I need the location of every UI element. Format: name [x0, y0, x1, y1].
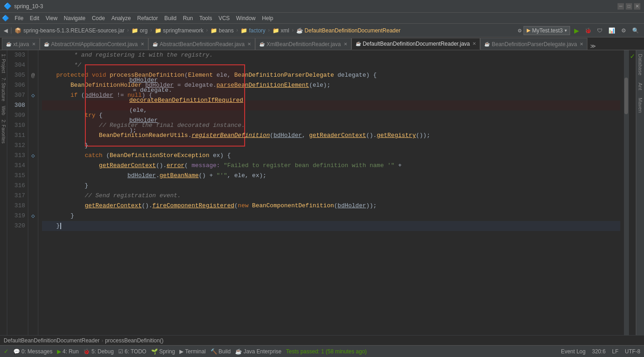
menu-view[interactable]: View: [43, 14, 60, 22]
left-panel-project[interactable]: 1: Project: [0, 52, 7, 75]
menu-help[interactable]: Help: [259, 14, 276, 22]
tab-close-abstractbean[interactable]: ✕: [247, 42, 251, 47]
menu-code[interactable]: Code: [89, 14, 108, 22]
left-panel-favorites[interactable]: 2: Favorites: [0, 118, 7, 145]
maximize-button[interactable]: □: [626, 3, 632, 10]
code-311-utils: BeanDefinitionReaderUtils: [99, 131, 188, 141]
footer-class[interactable]: DefaultBeanDefinitionDocumentReader: [4, 337, 99, 344]
code-318-bdholder: bdHolder: [338, 201, 366, 211]
code-content[interactable]: * and registering it with the registry. …: [38, 50, 624, 335]
panel-ant[interactable]: Ant: [637, 79, 644, 94]
scrollbar-thumb[interactable]: [624, 78, 628, 114]
code-313-catch: catch: [85, 151, 106, 161]
code-305-indent: [42, 70, 56, 80]
tab-label-defaultbean: DefaultBeanDefinitionDocumentReader.java: [363, 41, 470, 47]
tab-abstractxml[interactable]: ☕ AbstractXmlApplicationContext.java ✕: [40, 38, 148, 50]
left-panel-web[interactable]: Web: [0, 104, 7, 117]
tab-close-abstractxml[interactable]: ✕: [141, 42, 144, 47]
status-encoding[interactable]: UTF-8: [625, 348, 640, 355]
gutter-307: ◇: [29, 90, 37, 100]
tabs-overflow[interactable]: ≫: [587, 43, 599, 50]
status-todo[interactable]: ☑ 6: TODO: [118, 348, 147, 355]
status-build[interactable]: 🔨 Build: [210, 348, 231, 355]
code-306-indent: [42, 80, 70, 90]
code-315-parens: () +: [199, 171, 216, 181]
menu-run[interactable]: Run: [180, 14, 196, 22]
line-311: 311: [9, 131, 25, 141]
menu-navigate[interactable]: Navigate: [61, 14, 88, 22]
nav-class[interactable]: ☕ DefaultBeanDefinitionDocumentReader: [296, 27, 400, 34]
panel-maven[interactable]: Maven: [637, 94, 644, 116]
status-debug[interactable]: 🐞 5: Debug: [83, 348, 114, 355]
menu-bar: 🔷 File Edit View Navigate Code Analyze R…: [0, 13, 644, 24]
nav-springframework[interactable]: 📁 springframework: [155, 27, 204, 34]
search-button[interactable]: 🔍: [630, 26, 640, 36]
nav-jar[interactable]: 📦: [15, 27, 21, 34]
title-bar-controls[interactable]: ─ □ ✕: [618, 3, 640, 10]
code-318-new: (: [234, 201, 238, 211]
run-config-name[interactable]: MyTest.test3: [532, 27, 563, 34]
left-panel-structure[interactable]: 7: Structure: [0, 76, 7, 103]
code-318-getreader: getReaderContext: [85, 201, 142, 211]
code-315-str2: "'": [216, 171, 227, 181]
status-event-log[interactable]: Event Log: [561, 348, 586, 355]
nav-org[interactable]: 📁 org: [131, 27, 148, 34]
editor-area[interactable]: 303 304 305 306 307 308 309 310 311 312 …: [7, 50, 636, 335]
tab-close-xt[interactable]: ✕: [32, 42, 36, 47]
status-spring[interactable]: 🌱 Spring: [151, 348, 175, 355]
status-terminal[interactable]: ▶ Terminal: [179, 348, 205, 355]
nav-xml[interactable]: 📁 xml: [272, 27, 289, 34]
build-icon: 🔨: [210, 348, 217, 355]
gutter-308: [29, 100, 37, 110]
line-numbers: 303 304 305 306 307 308 309 310 311 312 …: [7, 50, 28, 335]
tab-defaultbean[interactable]: ☕ DefaultBeanDefinitionDocumentReader.ja…: [351, 38, 481, 50]
tab-beanparser[interactable]: ☕ BeanDefinitionParserDelegate.java ✕: [480, 38, 587, 50]
tab-xt-java[interactable]: ☕ xt.java ✕: [2, 38, 40, 50]
profile-button[interactable]: 📊: [607, 26, 617, 36]
status-lf[interactable]: LF: [612, 348, 618, 355]
code-315-indent: [42, 171, 127, 181]
run-button[interactable]: ▶: [572, 26, 581, 35]
gutter-317: [29, 191, 37, 201]
gutter-314: [29, 161, 37, 171]
tab-xmlbean[interactable]: ☕ XmlBeanDefinitionReader.java ✕: [255, 38, 351, 50]
code-318-paren: ().: [141, 201, 152, 211]
code-315-bdholder: bdHolder: [127, 171, 156, 181]
status-messages[interactable]: 💬 0: Messages: [13, 348, 52, 355]
debug-button[interactable]: 🐞: [583, 26, 593, 36]
menu-file[interactable]: File: [12, 14, 26, 22]
menu-vcs[interactable]: VCS: [216, 14, 233, 22]
gutter-311: [29, 131, 37, 141]
code-320-brace: }: [42, 221, 60, 231]
status-java-enterprise[interactable]: ☕ Java Enterprise: [235, 348, 281, 355]
vertical-scrollbar[interactable]: [624, 50, 628, 335]
menu-build[interactable]: Build: [162, 14, 179, 22]
status-run[interactable]: ▶ 4: Run: [57, 348, 79, 355]
menu-tools[interactable]: Tools: [197, 14, 215, 22]
nav-factory[interactable]: 📁 factory: [241, 27, 265, 34]
nav-beans[interactable]: 📁 beans: [210, 27, 234, 34]
panel-database[interactable]: Database: [637, 50, 644, 79]
close-button[interactable]: ✕: [634, 3, 640, 10]
menu-analyze[interactable]: Analyze: [109, 14, 134, 22]
footer-method[interactable]: processBeanDefinition(): [105, 337, 163, 344]
menu-edit[interactable]: Edit: [27, 14, 42, 22]
nav-back-btn[interactable]: ◀: [4, 27, 8, 34]
todo-icon: ☑: [118, 348, 123, 355]
nav-forward-btn[interactable]: ⚙: [518, 27, 522, 34]
tab-close-beanparser[interactable]: ✕: [580, 42, 583, 47]
code-311-parens: ().: [366, 131, 377, 141]
tab-close-defaultbean[interactable]: ✕: [472, 41, 476, 46]
tab-close-xmlbean[interactable]: ✕: [344, 42, 347, 47]
code-311-comma: ,: [302, 131, 309, 141]
line-316: 316: [9, 181, 25, 191]
coverage-button[interactable]: 🛡: [595, 26, 605, 36]
minimize-button[interactable]: ─: [618, 3, 624, 10]
far-right-panels: Database Ant Maven: [636, 50, 644, 335]
run-icon: ▶: [57, 348, 61, 355]
menu-window[interactable]: Window: [233, 14, 258, 22]
menu-refactor[interactable]: Refactor: [135, 14, 161, 22]
tab-abstractbean[interactable]: ☕ AbstractBeanDefinitionReader.java ✕: [148, 38, 255, 50]
settings-button[interactable]: ⚙: [618, 26, 628, 36]
run-config-arrow[interactable]: ▾: [565, 28, 567, 33]
